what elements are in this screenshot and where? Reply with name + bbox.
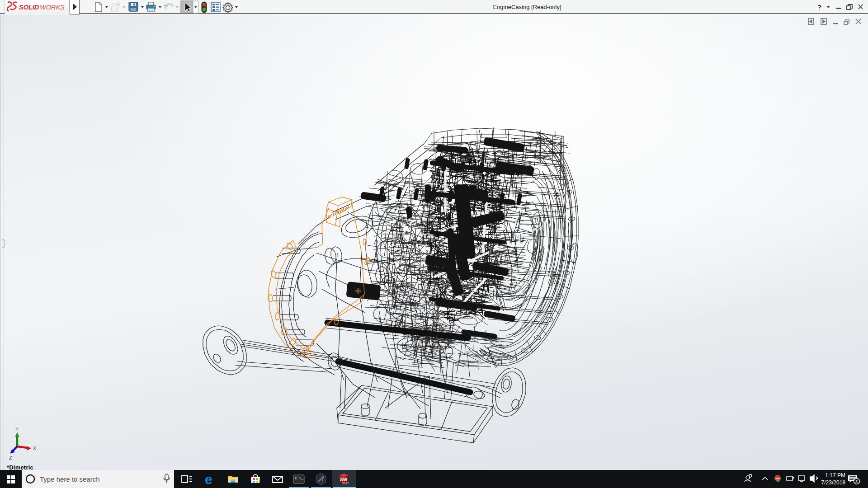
svg-text:WORKS: WORKS — [40, 4, 65, 11]
svg-text:X: X — [33, 446, 37, 451]
svg-text:Y: Y — [15, 427, 19, 432]
svg-text:3: 3 — [855, 479, 858, 484]
svg-text:?: ? — [817, 3, 821, 11]
svg-text:e: e — [205, 472, 212, 487]
svg-text:2017: 2017 — [342, 482, 349, 485]
svg-text:Z: Z — [9, 455, 12, 460]
svg-text:SOLID: SOLID — [19, 4, 39, 11]
svg-text:C:\_: C:\_ — [295, 476, 303, 480]
